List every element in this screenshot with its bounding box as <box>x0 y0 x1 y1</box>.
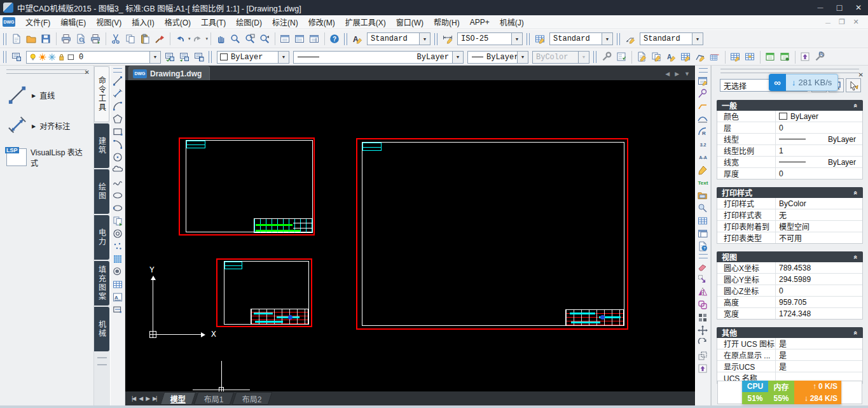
color-dropdown-icon[interactable] <box>278 52 289 63</box>
revision-cloud-button[interactable] <box>111 164 125 176</box>
collapse-icon[interactable] <box>852 255 860 258</box>
line-button[interactable] <box>111 74 125 87</box>
erase-button[interactable] <box>696 260 710 273</box>
save-button[interactable] <box>39 32 53 46</box>
tool-palettes-button[interactable] <box>307 32 322 46</box>
publish-button[interactable] <box>88 32 103 46</box>
new-view-button[interactable] <box>763 50 778 64</box>
edit-text-button[interactable]: A <box>664 50 679 64</box>
redo-button[interactable] <box>191 32 205 46</box>
hatch-button[interactable] <box>111 253 125 265</box>
prop-row-center-y[interactable]: 圆心Y坐标 294.5989 <box>717 273 862 285</box>
layer-viewport-freeze-icon[interactable] <box>48 53 57 62</box>
prop-row-plot-type[interactable]: 打印表类型 不可用 <box>717 232 862 243</box>
collapse-icon[interactable] <box>852 103 860 107</box>
edit-attribute-button[interactable] <box>635 50 649 64</box>
tab-scroll-left-icon[interactable] <box>665 69 670 78</box>
options-button[interactable] <box>600 50 614 64</box>
prop-row-layer[interactable]: 层 0 <box>717 122 862 133</box>
previous-layout-icon[interactable] <box>139 395 142 402</box>
toolbar-grip[interactable] <box>209 51 212 63</box>
layer-previous-button[interactable] <box>177 50 192 64</box>
prop-row-lineweight[interactable]: 线宽 ByLayer <box>717 156 862 167</box>
menu-app-plus[interactable]: APP+ <box>465 15 495 29</box>
offset-button[interactable] <box>696 299 710 311</box>
drawing-frame-a1-2[interactable] <box>356 138 628 330</box>
table-button[interactable] <box>111 278 125 291</box>
table-cell-edit-button[interactable] <box>743 50 757 64</box>
text-style-icon[interactable]: A <box>350 32 365 46</box>
edit-dimension-button[interactable] <box>708 50 722 64</box>
prop-row-center-z[interactable]: 圆心Z坐标 0 <box>717 285 862 296</box>
dim-style-dropdown-icon[interactable] <box>511 33 522 45</box>
open-file-button[interactable] <box>24 32 39 46</box>
balloon-button[interactable] <box>696 87 710 100</box>
tab-layout2[interactable]: 布局2 <box>232 392 272 405</box>
new-file-button[interactable] <box>10 32 24 46</box>
move-block-button[interactable] <box>696 273 710 286</box>
prop-row-height[interactable]: 高度 959.705 <box>717 296 862 307</box>
arc-button[interactable] <box>111 138 125 151</box>
toolbar-grip[interactable] <box>699 68 708 73</box>
prop-row-linetype-scale[interactable]: 线型比例 1 <box>717 144 862 156</box>
section-symbol-button[interactable]: A-A <box>696 151 710 164</box>
panel-close-icon[interactable] <box>858 71 864 78</box>
menu-format[interactable]: 格式(O) <box>160 15 196 29</box>
layer-on-icon[interactable] <box>29 53 38 62</box>
prop-row-center-x[interactable]: 圆心X坐标 789.4538 <box>717 262 862 273</box>
table-edit-button[interactable] <box>728 50 743 64</box>
section-header-plot-style[interactable]: 打印样式 <box>717 187 863 198</box>
tab-mechanical[interactable]: 机械 <box>94 307 109 351</box>
menu-express-tools[interactable]: 扩展工具(X) <box>340 15 391 29</box>
prop-row-thickness[interactable]: 厚度 0 <box>717 167 862 179</box>
layer-thaw-icon[interactable] <box>38 53 47 62</box>
prop-row-plot-attached[interactable]: 打印表附着到 模型空间 <box>717 220 862 232</box>
copy-button[interactable] <box>123 32 138 46</box>
linetype-combo[interactable]: ByLayer <box>293 51 464 64</box>
table-style-dropdown-icon[interactable] <box>602 33 612 45</box>
make-block-button[interactable] <box>111 227 125 240</box>
menu-insert[interactable]: 插入(I) <box>127 15 159 29</box>
part-list-button[interactable] <box>696 74 710 87</box>
undo-dropdown-icon[interactable]: ▾ <box>188 36 191 41</box>
minimize-icon[interactable] <box>811 1 830 15</box>
arc-3point-button[interactable] <box>111 100 125 113</box>
prop-row-plot-table[interactable]: 打印样式表 无 <box>717 209 862 220</box>
tab-hatch-patterns[interactable]: 填充图案 <box>94 261 109 306</box>
layer-combo[interactable]: 0 <box>26 51 161 64</box>
help-book-button[interactable] <box>696 240 710 253</box>
scale-button[interactable] <box>696 349 710 362</box>
prop-row-plot-style[interactable]: 打印样式 ByColor <box>717 198 862 209</box>
palette-item-visuallisp[interactable]: LSP VisualLisp 表达式 <box>6 146 90 168</box>
tab-architecture[interactable]: 建筑 <box>94 123 109 168</box>
panel-grip[interactable] <box>720 69 859 73</box>
menu-file[interactable]: 文件(F) <box>20 15 55 29</box>
edit-block-button[interactable] <box>649 50 664 64</box>
zoom-previous-button[interactable] <box>258 32 272 46</box>
surface-roughness-button[interactable]: 3.2 <box>696 138 710 151</box>
prop-row-ucs-show[interactable]: 显示UCS 是 <box>717 360 862 372</box>
circle-button[interactable] <box>111 151 125 164</box>
color-combo[interactable]: ByLayer <box>217 51 289 64</box>
close-icon[interactable] <box>849 1 868 15</box>
customize-button[interactable] <box>813 50 827 64</box>
menu-modify[interactable]: 修改(M) <box>303 15 340 29</box>
arc-dim-button[interactable] <box>696 113 710 125</box>
tab-scroll-right-icon[interactable] <box>675 69 679 78</box>
palette-resize-grip[interactable] <box>97 357 107 365</box>
toolbar-grip[interactable] <box>593 51 596 63</box>
maximize-icon[interactable] <box>830 1 849 15</box>
palette-close-icon[interactable] <box>85 69 90 76</box>
isolate-objects-button[interactable] <box>798 50 813 64</box>
region-button[interactable] <box>111 304 125 316</box>
toolbar-grip[interactable] <box>113 68 122 73</box>
bom-table-button[interactable] <box>696 215 710 227</box>
make-object-layer-current-button[interactable] <box>163 50 177 64</box>
section-header-general[interactable]: 一般 <box>717 100 863 111</box>
layer-dropdown-icon[interactable] <box>149 52 160 63</box>
toolbar-grip[interactable] <box>344 33 347 45</box>
copy-view-button[interactable] <box>696 227 710 240</box>
mirror-button[interactable] <box>696 286 710 299</box>
menu-help[interactable]: 帮助(H) <box>429 15 465 29</box>
section-header-view[interactable]: 视图 <box>717 251 863 262</box>
